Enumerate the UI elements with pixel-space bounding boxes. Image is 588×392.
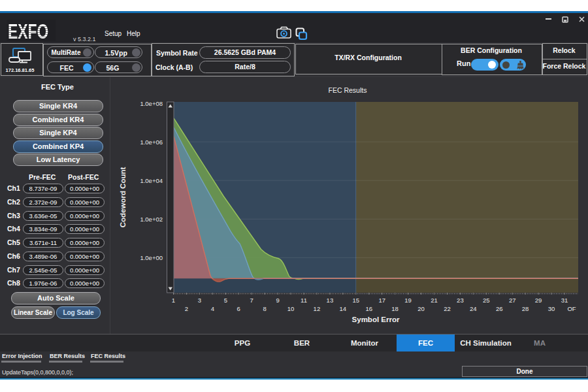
svg-text:1.0e+04: 1.0e+04 [140, 177, 163, 184]
svg-text:29: 29 [535, 297, 542, 304]
svg-text:8: 8 [263, 305, 267, 312]
svg-text:30: 30 [548, 305, 555, 312]
svg-text:7: 7 [250, 297, 253, 304]
svg-text:OF: OF [567, 305, 576, 312]
svg-text:Symbol Error: Symbol Error [352, 316, 400, 323]
svg-text:FEC Results: FEC Results [329, 86, 367, 94]
svg-text:1.0e+06: 1.0e+06 [140, 139, 163, 146]
svg-text:6: 6 [237, 305, 240, 312]
svg-text:1.0e+02: 1.0e+02 [140, 216, 163, 223]
svg-text:20: 20 [417, 305, 425, 312]
svg-text:22: 22 [444, 305, 451, 312]
svg-text:10: 10 [287, 305, 295, 312]
svg-text:2: 2 [185, 305, 188, 312]
svg-text:24: 24 [470, 305, 477, 312]
svg-text:27: 27 [509, 297, 516, 304]
svg-text:5: 5 [224, 297, 227, 304]
svg-text:14: 14 [340, 305, 347, 312]
svg-text:16: 16 [366, 305, 373, 312]
svg-text:15: 15 [353, 297, 360, 304]
svg-text:18: 18 [391, 305, 399, 312]
svg-text:19: 19 [404, 297, 412, 304]
svg-text:25: 25 [483, 297, 490, 304]
svg-text:4: 4 [211, 305, 214, 312]
svg-text:3: 3 [198, 297, 201, 304]
svg-text:1: 1 [172, 297, 175, 304]
svg-text:28: 28 [522, 305, 529, 312]
svg-text:13: 13 [327, 297, 334, 304]
svg-text:31: 31 [561, 297, 568, 304]
svg-text:17: 17 [378, 297, 385, 304]
svg-text:12: 12 [314, 305, 321, 312]
svg-text:23: 23 [457, 297, 464, 304]
svg-text:26: 26 [496, 305, 503, 312]
svg-text:1.0e+08: 1.0e+08 [140, 100, 163, 107]
svg-text:9: 9 [276, 297, 279, 304]
svg-text:21: 21 [431, 297, 438, 304]
svg-text:1.0e+00: 1.0e+00 [140, 254, 163, 261]
svg-text:11: 11 [301, 297, 307, 304]
svg-text:Codeword Count: Codeword Count [119, 167, 127, 228]
